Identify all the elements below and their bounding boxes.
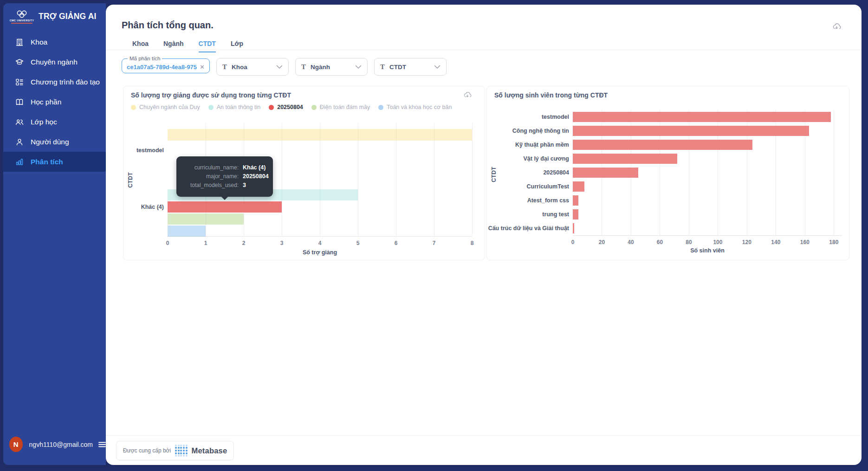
layout-icon (15, 77, 24, 87)
x-axis-tick: 7 (433, 240, 436, 246)
filter-dropdown-ctdt[interactable]: TCTDT (374, 58, 447, 76)
x-axis-label: Số sinh viên (573, 247, 842, 254)
x-axis-tick: 0 (571, 239, 575, 245)
sidebar-item-lop-hoc[interactable]: Lớp học (3, 112, 106, 132)
clear-filter-icon[interactable]: ✕ (200, 64, 205, 71)
sidebar-user-row[interactable]: N ngvh1110@gmail.com (3, 437, 106, 452)
bar-segment-1[interactable] (168, 129, 472, 141)
tab-ctdt[interactable]: CTDT (199, 40, 216, 52)
category-label: Công nghệ thông tin (512, 128, 569, 134)
legend-label: Chuyên ngành của Duy (139, 104, 200, 110)
x-axis-tick: 60 (657, 239, 663, 245)
string-filter-icon: T (222, 63, 227, 71)
sidebar-item-hoc-phan[interactable]: Học phần (3, 92, 106, 112)
tab-ngành[interactable]: Ngành (163, 40, 184, 52)
filter-dropdowns: TKhoaTNgànhTCTDT (216, 56, 447, 76)
bar-2[interactable] (573, 126, 809, 136)
analysis-id-label: Mã phân tích (128, 56, 162, 61)
filter-bar: Mã phân tích ce1a07a5-789d-4ea8-975 ✕ TK… (122, 56, 447, 76)
sidebar-item-chuong-trinh-dao-tao[interactable]: Chương trình đào tạo (3, 72, 106, 92)
dropdown-label: CTDT (389, 64, 429, 71)
bar-7[interactable] (573, 195, 578, 206)
chart-title: Số lượng sinh viên trong từng CTĐT (494, 91, 608, 99)
building-icon (15, 38, 24, 47)
main-card: Phân tích tổng quan. KhoaNgànhCTDTLớp Mã… (106, 5, 862, 465)
category-label: Vật lý đại cương (523, 155, 569, 162)
bar-4[interactable] (573, 154, 677, 164)
analysis-id-filter[interactable]: Mã phân tích ce1a07a5-789d-4ea8-975 ✕ (122, 56, 210, 73)
book-icon (15, 97, 24, 107)
bar-5[interactable] (573, 168, 638, 178)
avatar[interactable]: N (9, 437, 23, 452)
bar-segment-3[interactable] (168, 201, 282, 213)
x-axis-tick: 3 (280, 240, 284, 246)
tooltip-value: 20250804 (243, 173, 269, 181)
sidebar-item-phan-tich[interactable]: Phân tích (3, 152, 106, 172)
sidebar-item-label: Khoa (31, 38, 47, 46)
legend-label: Toán và khoa học cơ bản (387, 104, 452, 110)
sidebar-item-chuyen-nganh[interactable]: Chuyên ngành (3, 52, 106, 72)
sidebar-item-nguoi-dung[interactable]: Người dùng (3, 132, 106, 152)
tab-bar: KhoaNgànhCTDTLớp (132, 40, 243, 52)
tab-khoa[interactable]: Khoa (132, 40, 149, 52)
x-axis-tick: 180 (829, 239, 838, 245)
legend-item[interactable]: An toàn thông tin (208, 104, 261, 110)
sidebar: CMC UNIVERSITY TRỢ GIẢNG AI KhoaChuyên n… (3, 3, 106, 465)
tab-lớp[interactable]: Lớp (231, 40, 243, 52)
user-icon (15, 137, 24, 147)
bar-segment-4[interactable] (168, 213, 244, 225)
tooltip-row: curriculum_name:Khác (4) (184, 164, 266, 172)
bar-segment-5[interactable] (168, 226, 206, 237)
x-axis-tick: 160 (800, 239, 810, 245)
x-axis-tick: 6 (395, 240, 398, 246)
cloud-download-icon[interactable] (832, 22, 841, 32)
app-title: TRỢ GIẢNG AI (39, 12, 97, 21)
x-axis-tick: 5 (356, 240, 360, 246)
x-axis-label: Số trợ giảng (168, 249, 472, 256)
bar-8[interactable] (573, 209, 578, 219)
filter-dropdown-ngành[interactable]: TNgành (295, 58, 368, 76)
chevron-down-icon (276, 65, 283, 69)
sidebar-item-label: Chương trình đào tạo (31, 78, 100, 86)
category-label: CurriculumTest (527, 183, 569, 190)
sidebar-item-label: Lớp học (31, 118, 57, 126)
menu-icon[interactable] (98, 441, 106, 448)
tooltip-row: total_models_used:3 (184, 181, 266, 189)
x-axis-tick: 20 (599, 239, 605, 245)
powered-by-text: Được cung cấp bởi (123, 447, 171, 454)
bar-1[interactable] (573, 112, 831, 122)
page-background: CMC UNIVERSITY TRỢ GIẢNG AI KhoaChuyên n… (0, 0, 868, 471)
cmc-university-logo: CMC UNIVERSITY (10, 10, 34, 24)
legend-item[interactable]: 20250804 (269, 104, 303, 110)
chart-title: Số lượng trợ giảng được sử dụng trong từ… (131, 91, 291, 99)
chart-card-students: Số lượng sinh viên trong từng CTĐT CTDT … (486, 86, 849, 260)
users-icon (15, 117, 24, 127)
legend-label: 20250804 (277, 104, 303, 110)
x-axis-tick: 4 (318, 240, 322, 246)
analysis-id-value: ce1a07a5-789d-4ea8-975 (127, 64, 199, 71)
legend-item[interactable]: Chuyên ngành của Duy (131, 104, 200, 110)
x-axis-tick: 2 (242, 240, 246, 246)
chevron-down-icon (355, 65, 362, 69)
sidebar-item-khoa[interactable]: Khoa (3, 32, 106, 52)
user-email: ngvh1110@gmail.com (29, 441, 93, 448)
legend-dot (378, 105, 383, 110)
chart-tooltip: curriculum_name:Khác (4)major_name:20250… (176, 156, 273, 197)
powered-by-badge[interactable]: Được cung cấp bởi Metabase (116, 441, 234, 460)
chart-legend: Chuyên ngành của DuyAn toàn thông tin202… (131, 104, 452, 110)
dropdown-label: Ngành (311, 64, 350, 71)
y-axis-label: CTDT (491, 167, 497, 182)
legend-label: Điện toán đám mây (320, 104, 370, 110)
category-label: Khác (4) (141, 204, 164, 210)
filter-dropdown-khoa[interactable]: TKhoa (216, 58, 289, 76)
chart-download-icon[interactable] (463, 91, 472, 100)
bar-6[interactable] (573, 181, 584, 192)
tooltip-label: major_name: (184, 173, 239, 181)
x-axis-tick: 140 (771, 239, 780, 245)
dropdown-label: Khoa (232, 64, 272, 71)
bar-3[interactable] (573, 140, 752, 150)
legend-item[interactable]: Toán và khoa học cơ bản (378, 104, 452, 110)
bar-9[interactable] (573, 223, 574, 233)
legend-item[interactable]: Điện toán đám mây (311, 104, 370, 110)
category-label: testmodel (542, 114, 569, 120)
